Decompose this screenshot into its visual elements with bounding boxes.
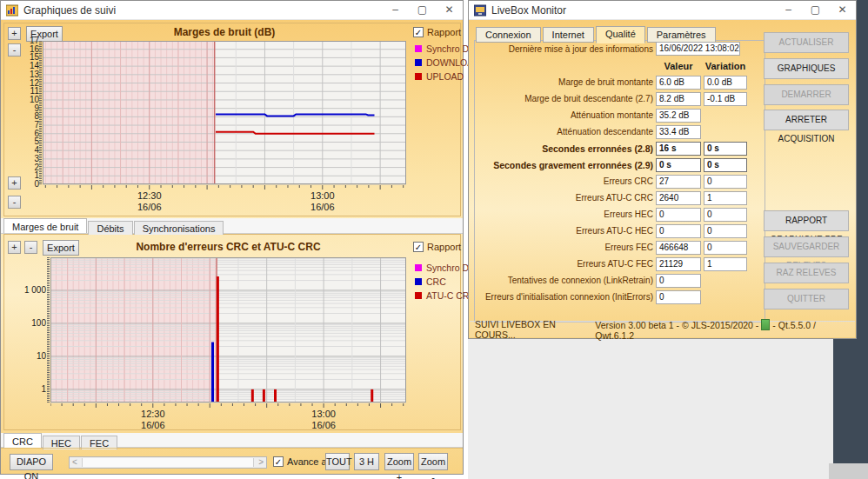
zoom-out-y-button[interactable]: - — [24, 241, 37, 254]
version-text: Version 3.00 beta 1 - © JLS-2015/2020 --… — [595, 319, 850, 341]
legend-swatch — [415, 59, 422, 66]
time-scrollbar[interactable]: < > — [69, 456, 267, 469]
x-axis-tick-label: 12:3016/06 — [115, 190, 184, 213]
legend-swatch — [415, 73, 422, 80]
legend-label: CRC — [426, 276, 446, 287]
x-axis-labels: 12:3016/0613:0016/06 — [50, 409, 406, 431]
erreurs-crc-variation-field[interactable]: 0 — [704, 175, 747, 189]
rapport-checkbox[interactable]: ✓ — [413, 242, 424, 252]
erreurs-atu-c-fec-variation-field[interactable]: 1 — [704, 257, 747, 271]
graphs-app-icon — [6, 4, 18, 17]
scrollbar-thumb[interactable] — [82, 458, 254, 467]
field-label-att-nuation-descendante: Atténuation descendante — [557, 127, 653, 136]
erreurs-atu-c-fec-valeur-field[interactable]: 21129 — [656, 257, 701, 271]
secondes-gravement-erronn-es-2-9-valeur-field[interactable]: 0 s — [656, 158, 701, 172]
field-label-secondes-gravement-erronn-es-2-9: Secondes gravement erronnées (2.9) — [493, 160, 653, 170]
demarrer-acquisition-button: DEMARRER ACQUISITION — [764, 84, 849, 105]
valeur-column-header: Valeur — [654, 61, 703, 71]
x-axis-labels: 12:3016/0613:0016/06 — [43, 190, 406, 213]
secondes-gravement-erronn-es-2-9-variation-field[interactable]: 0 s — [704, 158, 747, 172]
y-axis-ticks — [47, 257, 50, 402]
legend-label: UPLOAD — [426, 71, 464, 82]
diapo-on-button[interactable]: DIAPO ON — [10, 454, 53, 470]
erreurs-atu-c-crc-variation-field[interactable]: 1 — [704, 191, 747, 205]
x-tick-date: 16/06 — [118, 420, 188, 431]
y-axis-tick-label: 17 — [30, 37, 39, 45]
errors-tab-crc[interactable]: CRC — [3, 433, 42, 448]
chart-tab-synchronisations[interactable]: Synchronisations — [134, 221, 224, 235]
scroll-right-icon[interactable]: > — [258, 457, 264, 468]
minimize-icon[interactable]: – — [382, 1, 409, 20]
erreurs-atu-c-crc-valeur-field[interactable]: 2640 — [656, 191, 701, 205]
zoom-in-button[interactable]: Zoom + — [384, 453, 414, 470]
field-label-marge-de-bruit-descendante-2-7: Marge de bruit descendante (2.7) — [524, 94, 653, 103]
y-axis-labels: 1101001 000 — [10, 257, 46, 402]
status-doc-icon — [761, 319, 770, 330]
chart-tab-d-bits[interactable]: Débits — [88, 221, 132, 235]
quality-form: Dernière mise à jour des informations 16… — [469, 1, 765, 340]
marge-de-bruit-montante-variation-field[interactable]: 0.0 dB — [704, 76, 747, 90]
last-update-field[interactable]: 16/06/2022 13:08:02 — [656, 42, 740, 56]
variation-column-header: Variation — [700, 61, 751, 71]
noise-margin-chart-plot[interactable] — [43, 41, 406, 191]
shift-down-button[interactable]: - — [8, 196, 21, 209]
secondes-erronn-es-2-8-valeur-field[interactable]: 16 s — [656, 142, 701, 156]
zoom-in-y-button[interactable]: + — [8, 27, 21, 40]
graphiques-button[interactable]: GRAPHIQUES — [764, 58, 849, 79]
erreurs-hec-variation-field[interactable]: 0 — [704, 208, 747, 222]
field-label-secondes-erronn-es-2-8: Secondes erronnées (2.8) — [542, 143, 653, 154]
field-label-erreurs-atu-c-fec: Erreurs ATU-C FEC — [577, 259, 653, 269]
erreurs-d-initialisation-connexion-initerrors-valeur-field[interactable]: 0 — [656, 290, 701, 304]
chart-tab-marges-de-bruit[interactable]: Marges de bruit — [3, 218, 87, 233]
x-tick-time: 12:30 — [115, 190, 184, 202]
background-window-area — [468, 339, 833, 479]
status-message: SUIVI LIVEBOX EN COURS... — [475, 319, 595, 340]
tout-button[interactable]: TOUT — [325, 453, 350, 470]
crc-errors-chart-plot[interactable] — [50, 257, 406, 409]
legend-swatch — [415, 278, 422, 285]
erreurs-crc-valeur-field[interactable]: 27 — [656, 175, 701, 189]
att-nuation-montante-valeur-field[interactable]: 35.2 dB — [656, 109, 701, 123]
tentatives-de-connexion-linkretrain-valeur-field[interactable]: 0 — [656, 274, 701, 288]
field-label-marge-de-bruit-montante: Marge de bruit montante — [558, 77, 653, 87]
field-label-tentatives-de-connexion-linkretrain: Tentatives de connexion (LinkRetrain) — [508, 276, 653, 285]
erreurs-fec-variation-field[interactable]: 0 — [704, 241, 747, 255]
y-axis-tick-label: 15 — [30, 53, 39, 62]
erreurs-atu-c-hec-variation-field[interactable]: 0 — [704, 224, 747, 238]
three-h-button[interactable]: 3 H — [354, 453, 379, 470]
marge-de-bruit-descendante-2-7-variation-field[interactable]: -0.1 dB — [704, 92, 747, 106]
marge-de-bruit-descendante-2-7-valeur-field[interactable]: 8.2 dB — [656, 92, 701, 106]
maximize-icon[interactable]: ▢ — [409, 1, 436, 20]
legend-swatch — [415, 264, 422, 271]
zoom-in-y-button[interactable]: + — [8, 241, 21, 254]
y-axis-tick-label: 12 — [30, 79, 39, 88]
x-axis-tick-label: 12:3016/06 — [118, 409, 188, 431]
arreter-acquisition-button[interactable]: ARRETER ACQUISITION — [764, 110, 849, 130]
rapport-label: Rapport — [427, 242, 461, 252]
rapport-checkbox[interactable]: ✓ — [413, 27, 424, 37]
scroll-left-icon[interactable]: < — [72, 457, 77, 468]
att-nuation-descendante-valeur-field[interactable]: 33.4 dB — [656, 125, 701, 139]
marge-de-bruit-montante-valeur-field[interactable]: 6.0 dB — [656, 76, 701, 90]
action-buttons-column: ACTUALISERGRAPHIQUESDEMARRER ACQUISITION… — [764, 1, 849, 321]
rapport-graphique-pdf-button[interactable]: RAPPORT GRAPHIQUE PDF — [764, 210, 849, 231]
graphs-window-titlebar[interactable]: Graphiques de suivi – ▢ ✕ — [1, 1, 463, 20]
x-tick-date: 16/06 — [115, 202, 184, 213]
avance-auto-checkbox[interactable]: ✓ — [273, 456, 284, 467]
rapport-label: Rapport — [427, 27, 461, 37]
zoom-out-button[interactable]: Zoom - — [418, 453, 448, 470]
erreurs-hec-valeur-field[interactable]: 0 — [656, 208, 701, 222]
chart-title: Nombre d'erreurs CRC et ATU-C CRC — [50, 241, 406, 253]
close-icon[interactable]: ✕ — [436, 1, 463, 20]
y-axis-tick-label: 10 — [37, 352, 46, 361]
sauvegarder-releves-button: SAUVEGARDER RELEVES — [764, 236, 849, 257]
secondes-erronn-es-2-8-variation-field[interactable]: 0 s — [704, 142, 747, 156]
field-label-erreurs-atu-c-hec: Erreurs ATU-C HEC — [576, 226, 653, 236]
erreurs-fec-valeur-field[interactable]: 466648 — [656, 241, 701, 255]
tab-qualit[interactable]: Qualité — [596, 26, 645, 43]
erreurs-atu-c-hec-valeur-field[interactable]: 0 — [656, 224, 701, 238]
legend-swatch — [415, 292, 422, 299]
legend-swatch — [415, 45, 422, 52]
graphs-window: Graphiques de suivi – ▢ ✕ + Export - Mar… — [0, 0, 464, 475]
y-axis-tick-label: 11 — [30, 87, 39, 96]
